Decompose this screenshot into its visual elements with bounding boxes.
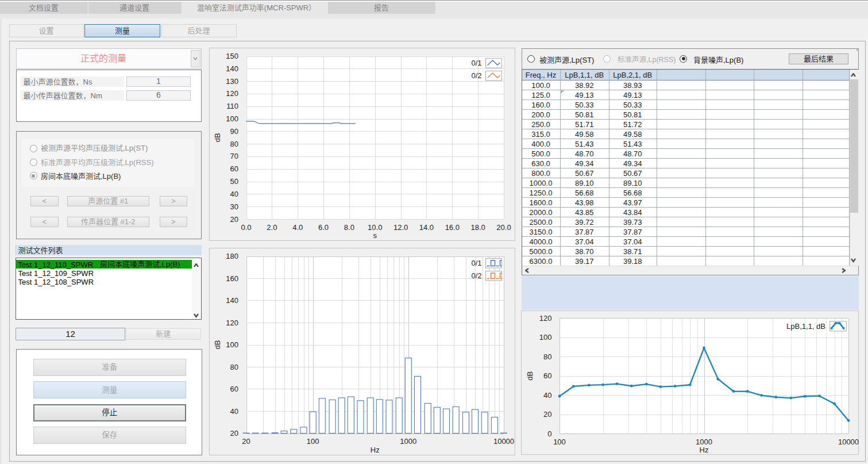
svg-text:20: 20: [230, 215, 238, 224]
svg-text:30: 30: [230, 202, 238, 211]
svg-text:70: 70: [230, 152, 238, 160]
svg-text:0/2: 0/2: [471, 71, 481, 80]
svg-text:Hz: Hz: [700, 446, 709, 454]
svg-text:140: 140: [226, 296, 238, 305]
svg-text:10000: 10000: [493, 437, 514, 446]
svg-text:40: 40: [230, 407, 238, 415]
svg-text:dB: dB: [213, 340, 222, 349]
svg-text:130: 130: [226, 77, 238, 86]
svg-text:100: 100: [226, 340, 238, 349]
svg-text:160: 160: [226, 274, 238, 282]
svg-text:80: 80: [543, 352, 551, 361]
svg-text:1000: 1000: [400, 437, 416, 446]
svg-text:4.0: 4.0: [292, 223, 303, 232]
svg-text:100: 100: [539, 333, 552, 342]
svg-text:0/1: 0/1: [471, 259, 481, 267]
svg-text:16.0: 16.0: [445, 223, 460, 232]
svg-text:120: 120: [539, 314, 552, 323]
svg-text:100: 100: [307, 437, 319, 446]
svg-text:50: 50: [230, 177, 238, 186]
svg-text:120: 120: [226, 89, 238, 98]
svg-text:60: 60: [230, 164, 238, 173]
svg-text:90: 90: [230, 127, 238, 136]
svg-text:12.0: 12.0: [394, 223, 408, 232]
svg-text:0: 0: [547, 430, 551, 438]
svg-text:0/2: 0/2: [471, 271, 481, 280]
svg-text:1000: 1000: [696, 438, 712, 446]
svg-text:10000: 10000: [838, 438, 859, 446]
svg-text:80: 80: [230, 362, 238, 371]
svg-text:s: s: [373, 231, 377, 240]
svg-text:Hz: Hz: [371, 446, 380, 454]
svg-text:180: 180: [226, 252, 238, 260]
svg-text:18.0: 18.0: [470, 223, 485, 232]
svg-text:20: 20: [543, 410, 551, 419]
svg-text:2.0: 2.0: [267, 223, 277, 232]
svg-text:0.0: 0.0: [241, 223, 251, 232]
svg-text:20: 20: [230, 429, 238, 438]
svg-text:60: 60: [543, 371, 551, 380]
svg-text:6.0: 6.0: [318, 223, 329, 232]
svg-text:100: 100: [226, 114, 238, 123]
svg-text:150: 150: [226, 52, 238, 60]
svg-text:100: 100: [553, 438, 566, 446]
svg-text:20: 20: [242, 437, 250, 446]
svg-text:dB: dB: [213, 133, 222, 142]
svg-text:LpB,1,1, dB: LpB,1,1, dB: [786, 322, 825, 331]
svg-text:20.0: 20.0: [496, 223, 511, 232]
svg-text:120: 120: [226, 318, 238, 327]
svg-text:110: 110: [226, 102, 238, 110]
svg-text:40: 40: [230, 190, 238, 198]
svg-text:8.0: 8.0: [344, 223, 354, 232]
svg-text:80: 80: [230, 140, 238, 148]
svg-text:0/1: 0/1: [471, 59, 481, 67]
svg-text:60: 60: [230, 385, 238, 393]
svg-text:14.0: 14.0: [419, 223, 434, 232]
svg-text:140: 140: [226, 64, 238, 73]
svg-text:dB: dB: [526, 371, 534, 381]
svg-text:10.0: 10.0: [368, 223, 382, 232]
svg-text:40: 40: [543, 391, 551, 400]
